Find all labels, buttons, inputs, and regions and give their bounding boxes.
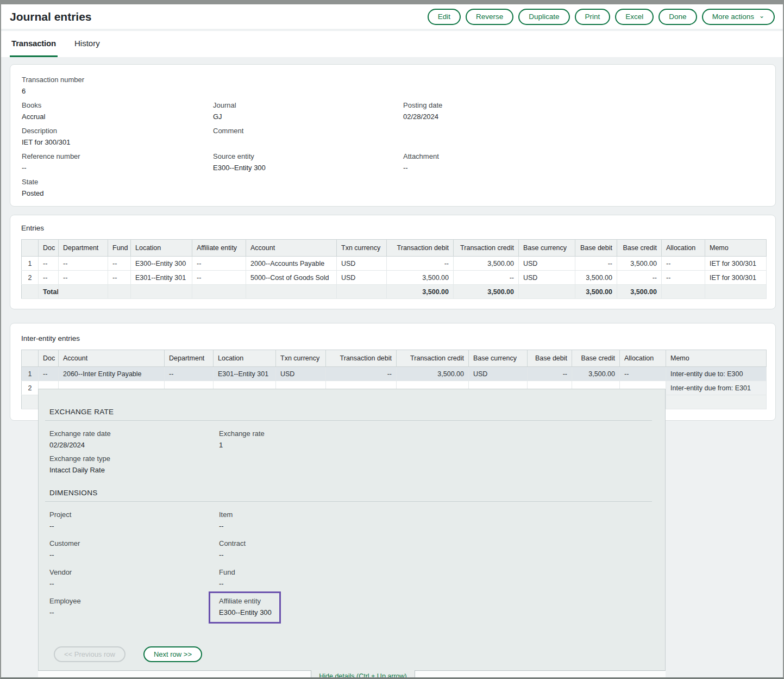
table-row[interactable]: 2------E301--Entity 301--5000--Cost of G…	[22, 271, 767, 285]
field-exchange-rate: Exchange rate 1	[219, 429, 652, 449]
entries-table: DocDepartmentFundLocationAffiliate entit…	[21, 239, 767, 299]
field-value: --	[219, 522, 652, 530]
table-cell: USD	[337, 257, 387, 271]
field-value: --	[22, 164, 213, 172]
column-header: Fund	[108, 240, 131, 257]
field-comment: Comment	[213, 127, 403, 147]
field-value: 02/28/2024	[49, 441, 219, 449]
excel-button[interactable]: Excel	[615, 9, 654, 25]
column-header: Allocation	[620, 350, 666, 367]
column-header: Transaction credit	[454, 240, 519, 257]
table-cell: 2000--Accounts Payable	[246, 257, 337, 271]
exchange-rate-grid: Exchange rate date 02/28/2024 Exchange r…	[49, 429, 652, 449]
field-state: State Posted	[22, 178, 213, 198]
table-cell: --	[454, 271, 519, 285]
table-cell: 3,500.00	[617, 285, 662, 299]
field-value: Intacct Daily Rate	[49, 466, 652, 474]
table-cell: IET for 300/301	[705, 271, 767, 285]
field-value: 1	[219, 441, 652, 449]
field-label: Journal	[213, 101, 403, 109]
field-value: E300--Entity 300	[219, 608, 272, 616]
chevron-down-icon: ⌄	[759, 14, 764, 18]
field-label: Reference number	[22, 152, 213, 160]
field-transaction-number: Transaction number 6	[22, 76, 213, 96]
column-header: Transaction debit	[387, 240, 454, 257]
table-cell: 3,500.00	[575, 285, 617, 299]
more-actions-label: More actions	[712, 13, 754, 21]
table-cell: --	[620, 367, 666, 381]
field-label: Vendor	[49, 568, 219, 576]
field-value: 6	[22, 87, 213, 95]
duplicate-button[interactable]: Duplicate	[518, 9, 569, 25]
field-value: --	[49, 522, 219, 530]
table-cell: --	[326, 367, 397, 381]
column-header: Base credit	[617, 240, 662, 257]
next-row-button[interactable]: Next row >>	[143, 646, 202, 662]
table-cell: Inter-entity due from: E301	[666, 381, 767, 395]
edit-button[interactable]: Edit	[428, 9, 461, 25]
column-header: Affiliate entity	[192, 240, 246, 257]
table-cell: 3,500.00	[387, 271, 454, 285]
field-employee: Employee --	[49, 597, 219, 626]
table-cell: --	[575, 257, 617, 271]
field-label: Comment	[213, 127, 403, 135]
table-cell: --	[528, 367, 572, 381]
field-label: Exchange rate	[219, 429, 652, 438]
table-cell	[666, 395, 767, 409]
column-header: Transaction debit	[326, 350, 397, 367]
table-cell: IET for 300/301	[705, 257, 767, 271]
entries-title: Entries	[21, 224, 764, 232]
column-header: Account	[59, 350, 165, 367]
field-label: Employee	[49, 597, 219, 605]
column-header: Base currency	[469, 350, 528, 367]
table-cell: USD	[519, 271, 575, 285]
more-actions-button[interactable]: More actions ⌄	[702, 9, 775, 25]
table-cell: 3,500.00	[454, 285, 519, 299]
field-value: --	[219, 580, 652, 588]
column-header: Account	[246, 240, 337, 257]
detail-panel-bottom-bar: Hide details (Ctrl + Up arrow)	[38, 670, 666, 679]
table-cell: --	[662, 271, 705, 285]
table-cell: E300--Entity 300	[131, 257, 192, 271]
field-posting-date: Posting date 02/28/2024	[403, 101, 764, 121]
field-label: Source entity	[213, 152, 403, 160]
column-header: Doc	[39, 350, 59, 367]
field-label: Exchange rate date	[49, 429, 219, 438]
table-cell: --	[39, 257, 59, 271]
table-row[interactable]: 1------E300--Entity 300--2000--Accounts …	[22, 257, 767, 271]
previous-row-button[interactable]: << Previous row	[54, 646, 126, 662]
dimensions-heading: DIMENSIONS	[49, 489, 652, 497]
field-label: Attachment	[403, 152, 764, 160]
tab-transaction[interactable]: Transaction	[10, 31, 58, 57]
column-header: Base currency	[519, 240, 575, 257]
main-content: Transaction number 6 Books Accrual Journ…	[1, 57, 783, 421]
hide-details-tab[interactable]: Hide details (Ctrl + Up arrow)	[311, 670, 415, 679]
table-row[interactable]: 1--2060--Inter Entity Payable--E301--Ent…	[22, 367, 767, 381]
tab-history[interactable]: History	[73, 31, 102, 57]
table-cell: --	[108, 271, 131, 285]
table-cell: USD	[519, 257, 575, 271]
table-cell	[519, 285, 575, 299]
field-affiliate-entity-wrap: Affiliate entity E300--Entity 300	[219, 597, 652, 626]
field-item: Item --	[219, 510, 652, 539]
field-reference-number: Reference number --	[22, 152, 213, 172]
row-number	[22, 395, 39, 409]
field-value: --	[49, 551, 219, 559]
table-cell: 5000--Cost of Goods Sold	[246, 271, 337, 285]
entries-card: Entries DocDepartmentFundLocationAffilia…	[10, 215, 776, 309]
reverse-button[interactable]: Reverse	[466, 9, 513, 25]
done-button[interactable]: Done	[658, 9, 697, 25]
column-header: Transaction credit	[397, 350, 469, 367]
field-books: Books Accrual	[22, 101, 213, 121]
field-value: Posted	[22, 189, 213, 197]
inter-entity-title: Inter-entity entries	[21, 334, 764, 342]
table-cell	[337, 285, 387, 299]
section-divider	[45, 501, 652, 502]
field-label: Fund	[219, 568, 652, 576]
table-cell: --	[39, 271, 59, 285]
print-button[interactable]: Print	[575, 9, 611, 25]
field-value: --	[49, 608, 219, 616]
row-number: 1	[22, 367, 39, 381]
table-cell: --	[59, 257, 108, 271]
field-label: Exchange rate type	[49, 454, 652, 463]
